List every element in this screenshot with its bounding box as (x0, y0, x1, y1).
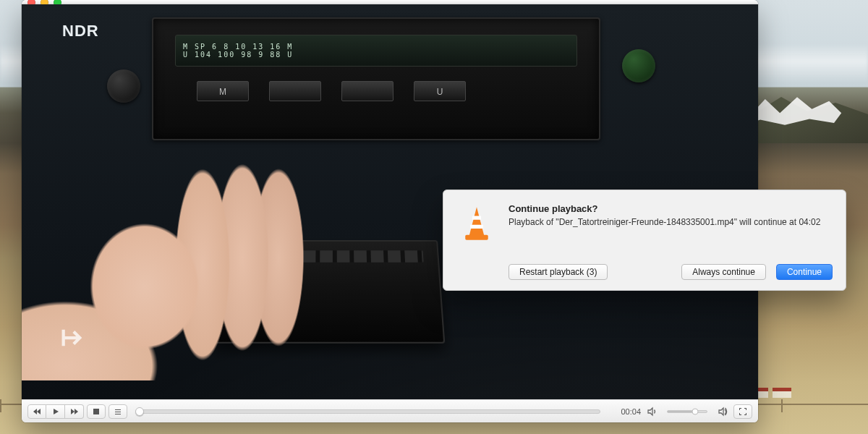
radio-preset-button (341, 81, 393, 101)
previous-button[interactable] (27, 404, 46, 419)
player-controls-bar: 00:04 (22, 399, 758, 422)
next-button[interactable] (65, 404, 84, 419)
continue-button[interactable]: Continue (776, 264, 833, 280)
radio-preset-button: M (197, 81, 249, 101)
svg-marker-1 (469, 207, 485, 236)
radio-knob (107, 69, 140, 103)
play-button[interactable] (46, 404, 65, 419)
broadcaster-logo: NDR (62, 22, 99, 41)
vlc-cone-icon (456, 203, 497, 244)
radio-dial-bottom: U 104 100 98 9 88 U (183, 51, 569, 59)
svg-rect-3 (470, 225, 483, 229)
continue-playback-dialog: Continue playback? Playback of "Der_Tato… (443, 190, 846, 291)
elapsed-time-label: 00:04 (609, 407, 641, 416)
always-continue-button[interactable]: Always continue (681, 264, 766, 280)
volume-slider[interactable] (667, 410, 707, 413)
svg-rect-0 (93, 409, 99, 414)
resume-cue-icon (59, 326, 84, 350)
stop-button[interactable] (87, 404, 106, 419)
dialog-title: Continue playback? (509, 203, 833, 214)
svg-rect-4 (465, 235, 488, 240)
svg-rect-2 (472, 216, 481, 220)
seek-thumb[interactable] (135, 407, 144, 416)
fullscreen-button[interactable] (733, 404, 752, 419)
radio-dial-top: M SP 6 8 10 13 16 M (183, 43, 569, 51)
mute-button[interactable] (644, 404, 660, 419)
broadcaster-logo-text: NDR (62, 22, 99, 41)
radio-knob (622, 49, 655, 82)
dialog-message: Playback of "Der_Tatortreiniger-Freunde-… (509, 217, 833, 227)
radio-preset-button (269, 81, 321, 101)
radio-preset-button: U (414, 81, 466, 101)
volume-thumb[interactable] (692, 408, 698, 414)
volume-max-icon (715, 404, 731, 419)
video-frame-car-radio: M SP 6 8 10 13 16 M U 104 100 98 9 88 U … (152, 17, 600, 140)
restart-playback-button[interactable]: Restart playback (3) (509, 264, 608, 280)
seek-slider[interactable] (136, 409, 600, 414)
playlist-button[interactable] (109, 404, 127, 419)
